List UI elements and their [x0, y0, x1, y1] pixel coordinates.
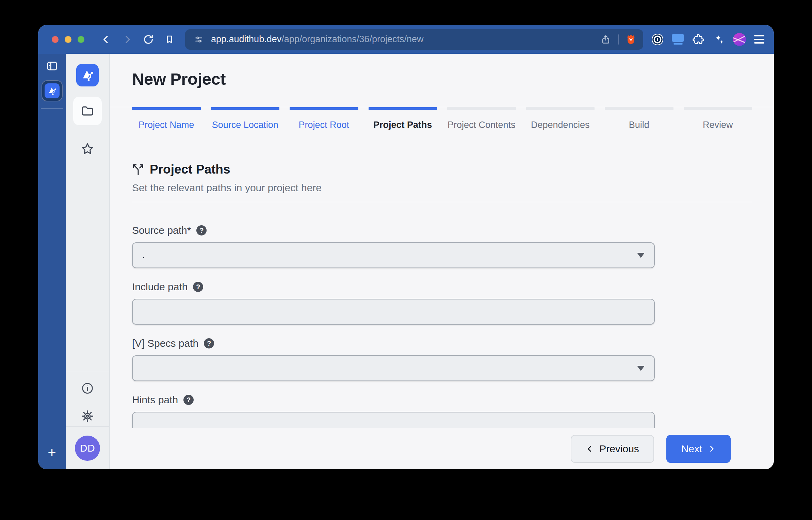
- section-subtitle: Set the relevant paths in your project h…: [132, 182, 752, 194]
- browser-toolbar: app.audithub.dev/app/organizations/36/pr…: [38, 25, 774, 54]
- bookmark-button[interactable]: [163, 33, 176, 46]
- specs-path-label: [V] Specs path ?: [132, 338, 752, 349]
- tab-panel-extension-icon[interactable]: [672, 34, 684, 45]
- include-path-input[interactable]: [132, 299, 655, 325]
- info-icon: [81, 381, 94, 395]
- step-project-name[interactable]: Project Name: [132, 107, 201, 148]
- window-controls: [52, 36, 84, 43]
- chevron-down-icon: [637, 366, 645, 371]
- step-progress-bar: [605, 107, 673, 110]
- step-project-paths[interactable]: Project Paths: [369, 107, 437, 148]
- ai-sparkles-icon[interactable]: [713, 33, 725, 46]
- sidebar-item-favorites[interactable]: [73, 139, 102, 159]
- section-title: Project Paths: [150, 162, 230, 177]
- sidebar-divider: [66, 371, 109, 371]
- extensions-puzzle-icon[interactable]: [692, 33, 704, 46]
- help-icon[interactable]: ?: [183, 395, 194, 405]
- urlbar-separator: [618, 34, 619, 45]
- reload-button[interactable]: [142, 33, 155, 46]
- sidebar-item-info[interactable]: [73, 379, 102, 398]
- zoom-window-button[interactable]: [78, 36, 84, 43]
- step-source-location[interactable]: Source Location: [211, 107, 280, 148]
- split-path-icon: [132, 163, 144, 176]
- url-bar[interactable]: app.audithub.dev/app/organizations/36/pr…: [185, 29, 643, 50]
- form-area: Project Paths Set the relevant paths in …: [110, 148, 774, 428]
- app-logo[interactable]: [76, 64, 99, 86]
- minimize-window-button[interactable]: [65, 36, 71, 43]
- app-sidebar: DD: [66, 54, 110, 469]
- help-icon[interactable]: ?: [204, 338, 214, 348]
- step-progress-bar: [447, 107, 516, 110]
- chevron-down-icon: [637, 253, 645, 258]
- forward-button[interactable]: [121, 33, 133, 46]
- step-progress-bar: [290, 107, 358, 110]
- help-icon[interactable]: ?: [196, 225, 207, 235]
- step-project-contents[interactable]: Project Contents: [447, 107, 516, 148]
- url-host: app.audithub.dev: [211, 34, 281, 44]
- step-progress-bar: [211, 107, 280, 110]
- user-avatar[interactable]: DD: [75, 436, 100, 461]
- page-title: New Project: [132, 69, 752, 88]
- chevron-left-icon: [586, 445, 594, 453]
- next-button[interactable]: Next: [666, 435, 731, 463]
- purple-extension-icon[interactable]: [733, 33, 746, 46]
- page-header: New Project: [110, 54, 774, 107]
- new-tab-button[interactable]: +: [38, 445, 66, 460]
- step-progress-bar: [526, 107, 595, 110]
- step-build[interactable]: Build: [605, 107, 673, 148]
- gear-icon: [80, 409, 95, 423]
- section-divider: [132, 202, 752, 202]
- site-settings-icon[interactable]: [193, 33, 205, 46]
- specs-path-select[interactable]: [132, 355, 655, 381]
- audithub-favicon: [45, 83, 60, 98]
- sidebar-item-settings[interactable]: [73, 406, 102, 426]
- previous-button[interactable]: Previous: [571, 435, 654, 463]
- source-path-value: .: [142, 250, 145, 261]
- url-path: /app/organizations/36/projects/new: [281, 34, 423, 44]
- tab-strip-divider: [41, 108, 63, 109]
- star-icon: [80, 142, 95, 157]
- wizard-steps: Project Name Source Location Project Roo…: [132, 107, 752, 148]
- hints-path-label: Hints path ?: [132, 394, 752, 406]
- menu-icon[interactable]: [754, 35, 764, 43]
- share-icon[interactable]: [600, 33, 612, 46]
- main-content: New Project Project Name Source Location…: [110, 54, 774, 469]
- include-path-label: Include path ?: [132, 281, 752, 293]
- sidebar-toggle-icon[interactable]: [46, 60, 58, 72]
- url-text[interactable]: app.audithub.dev/app/organizations/36/pr…: [211, 34, 600, 45]
- pinned-tab-audithub[interactable]: [42, 80, 63, 101]
- browser-window: app.audithub.dev/app/organizations/36/pr…: [38, 25, 774, 469]
- step-dependencies[interactable]: Dependencies: [526, 107, 595, 148]
- close-window-button[interactable]: [52, 36, 59, 43]
- sidebar-item-projects[interactable]: [73, 97, 102, 125]
- step-progress-bar: [132, 107, 201, 110]
- hints-path-input[interactable]: [132, 412, 655, 428]
- browser-tab-strip: +: [38, 54, 66, 469]
- source-path-select[interactable]: .: [132, 242, 655, 268]
- step-progress-bar: [369, 107, 437, 110]
- step-progress-bar: [684, 107, 752, 110]
- wizard-footer: Previous Next: [110, 428, 774, 469]
- brave-shields-icon[interactable]: [625, 33, 637, 46]
- help-icon[interactable]: ?: [193, 282, 203, 292]
- back-button[interactable]: [100, 33, 112, 46]
- step-review[interactable]: Review: [684, 107, 752, 148]
- source-path-label: Source path* ?: [132, 225, 752, 236]
- folder-icon: [80, 104, 95, 118]
- step-project-root[interactable]: Project Root: [290, 107, 358, 148]
- password-manager-icon[interactable]: [651, 33, 664, 46]
- chevron-right-icon: [708, 445, 716, 453]
